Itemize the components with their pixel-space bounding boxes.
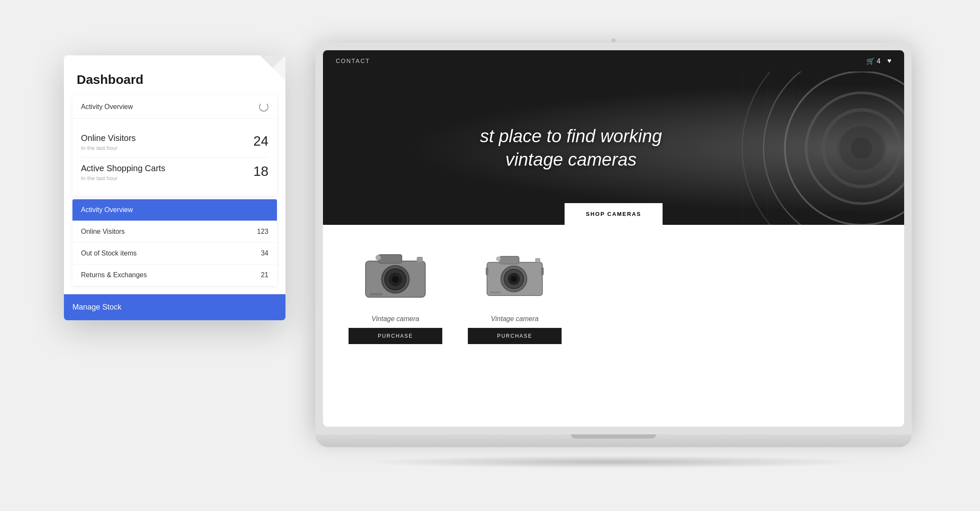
dashboard-title: Dashboard <box>64 72 285 95</box>
dashboard-panel: Dashboard Activity Overview Online Visit… <box>64 55 285 320</box>
nav-label-stock: Out of Stock items <box>81 250 137 257</box>
camera-image-1 <box>357 246 434 306</box>
stat-row-carts: Active Shopping Carts In the last hour 1… <box>81 157 268 187</box>
website-nav: CONTACT 🛒 4 ♥ <box>323 50 904 72</box>
nav-value-returns: 21 <box>261 271 268 279</box>
activity-overview-card: Activity Overview Online Visitors In the… <box>72 95 277 196</box>
svg-point-16 <box>392 276 399 283</box>
hero-text: st place to find working vintage cameras <box>480 125 662 171</box>
stat-value-carts: 18 <box>253 164 268 179</box>
shop-cameras-button[interactable]: SHOP CAMERAS <box>565 203 663 225</box>
nav-value-stock: 34 <box>261 250 268 257</box>
activity-overview-row: Activity Overview <box>72 95 277 119</box>
svg-rect-28 <box>490 291 501 293</box>
laptop-base <box>315 434 912 447</box>
laptop-screen: CONTACT 🛒 4 ♥ <box>323 50 904 427</box>
stat-value-visitors: 24 <box>253 133 268 149</box>
product-name-1: Vintage camera <box>372 315 419 323</box>
product-card-1: Vintage camera PURCHASE <box>349 242 442 410</box>
nav-label-returns: Returns & Exchanges <box>81 271 147 279</box>
nav-section: Activity Overview Online Visitors 123 Ou… <box>72 199 277 286</box>
laptop-wrapper: CONTACT 🛒 4 ♥ <box>315 43 912 468</box>
svg-rect-21 <box>500 256 519 264</box>
svg-point-6 <box>851 138 872 159</box>
nav-value-visitors: 123 <box>257 228 268 235</box>
nav-label-activity: Activity Overview <box>81 206 133 214</box>
hero-headline: st place to find working vintage cameras <box>480 125 662 171</box>
products-section: Vintage camera PURCHASE <box>323 225 904 427</box>
laptop-body: CONTACT 🛒 4 ♥ <box>315 43 912 434</box>
refresh-icon[interactable] <box>259 102 268 112</box>
svg-point-25 <box>511 276 517 282</box>
svg-rect-19 <box>370 293 383 296</box>
nav-item-returns[interactable]: Returns & Exchanges 21 <box>72 264 277 286</box>
product-name-2: Vintage camera <box>491 315 539 323</box>
hero-section: st place to find working vintage cameras… <box>323 72 904 225</box>
svg-rect-27 <box>535 258 540 262</box>
svg-rect-12 <box>378 255 402 263</box>
cart-icon: 🛒 4 <box>866 57 880 65</box>
svg-rect-18 <box>417 257 423 262</box>
stat-sublabel-carts: In the last hour <box>81 175 165 181</box>
product-card-2: Vintage camera PURCHASE <box>468 242 562 410</box>
nav-label-visitors: Online Visitors <box>81 228 125 235</box>
manage-stock-label: Manage Stock <box>72 303 121 311</box>
svg-point-17 <box>376 255 381 260</box>
stat-sublabel-visitors: In the last hour <box>81 145 136 151</box>
website: CONTACT 🛒 4 ♥ <box>323 50 904 427</box>
svg-rect-30 <box>541 267 544 275</box>
stats-section: Online Visitors In the last hour 24 Acti… <box>72 119 277 196</box>
purchase-button-1[interactable]: PURCHASE <box>349 328 442 344</box>
nav-item-online-visitors[interactable]: Online Visitors 123 <box>72 221 277 243</box>
laptop-camera <box>611 38 616 43</box>
purchase-button-2[interactable]: PURCHASE <box>468 328 562 344</box>
stat-row-online-visitors: Online Visitors In the last hour 24 <box>81 127 268 157</box>
camera-image-2 <box>476 246 553 306</box>
product-image-2 <box>468 242 562 310</box>
svg-point-26 <box>496 257 501 261</box>
heart-icon: ♥ <box>888 57 892 65</box>
nav-icons: 🛒 4 ♥ <box>866 57 891 65</box>
manage-stock-button[interactable]: Manage Stock <box>64 294 285 320</box>
nav-item-activity-overview[interactable]: Activity Overview <box>72 199 277 221</box>
product-image-1 <box>349 242 442 310</box>
laptop-shadow <box>358 456 869 468</box>
stat-label-visitors: Online Visitors <box>81 133 136 143</box>
activity-overview-label: Activity Overview <box>81 103 133 111</box>
svg-rect-29 <box>486 267 488 275</box>
shop-button-container: SHOP CAMERAS <box>565 203 663 225</box>
scene: CONTACT 🛒 4 ♥ <box>43 21 937 490</box>
nav-item-out-of-stock[interactable]: Out of Stock items 34 <box>72 243 277 264</box>
nav-contact: CONTACT <box>336 57 370 64</box>
stat-label-carts: Active Shopping Carts <box>81 164 165 173</box>
